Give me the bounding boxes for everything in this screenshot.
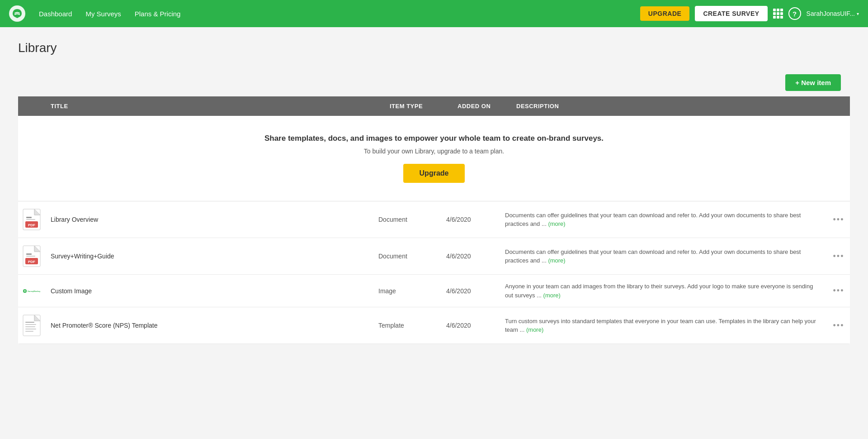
three-dots-icon[interactable]: ••• bbox=[833, 286, 844, 296]
navbar: Dashboard My Surveys Plans & Pricing UPG… bbox=[0, 0, 868, 27]
row-icon-cell: SurveyMonkey bbox=[18, 279, 45, 303]
user-caret: ▾ bbox=[857, 11, 859, 16]
svg-rect-4 bbox=[773, 12, 776, 15]
svg-rect-9 bbox=[780, 16, 783, 19]
more-link[interactable]: (more) bbox=[548, 257, 565, 264]
help-icon[interactable]: ? bbox=[788, 7, 801, 20]
svg-rect-3 bbox=[780, 9, 783, 11]
svg-rect-8 bbox=[777, 16, 779, 19]
svg-rect-35 bbox=[25, 329, 36, 329]
svg-rect-34 bbox=[25, 326, 35, 327]
user-menu[interactable]: SarahJonasUIF... ▾ bbox=[807, 10, 859, 17]
three-dots-icon[interactable]: ••• bbox=[833, 321, 844, 330]
page-title: Library bbox=[18, 41, 850, 55]
row-icon-cell: PDF bbox=[18, 201, 45, 238]
create-survey-button[interactable]: CREATE SURVEY bbox=[695, 6, 767, 21]
svg-rect-24 bbox=[26, 253, 32, 255]
user-name: SarahJonasUIF... bbox=[807, 10, 855, 17]
row-icon-cell bbox=[18, 307, 45, 344]
row-date: 4/6/2020 bbox=[441, 245, 500, 267]
more-link[interactable]: (more) bbox=[543, 292, 561, 299]
row-date: 4/6/2020 bbox=[441, 315, 500, 336]
three-dots-icon[interactable]: ••• bbox=[833, 215, 844, 224]
upgrade-banner-subtitle: To build your own Library, upgrade to a … bbox=[27, 148, 841, 155]
nav-dashboard[interactable]: Dashboard bbox=[39, 10, 72, 18]
svg-rect-6 bbox=[780, 12, 783, 15]
svg-rect-25 bbox=[26, 256, 35, 257]
upgrade-button[interactable]: UPGRADE bbox=[640, 6, 690, 21]
svg-rect-7 bbox=[773, 16, 776, 19]
svg-rect-16 bbox=[26, 217, 32, 218]
upgrade-banner: Share templates, docs, and images to emp… bbox=[18, 116, 850, 201]
header-title: TITLE bbox=[45, 96, 384, 116]
table-row: PDF Survey+Writing+Guide Document 4/6/20… bbox=[18, 238, 850, 275]
row-icon-cell: PDF bbox=[18, 238, 45, 274]
row-title[interactable]: Survey+Writing+Guide bbox=[45, 245, 373, 267]
svg-rect-17 bbox=[26, 219, 35, 220]
row-actions[interactable]: ••• bbox=[827, 314, 850, 338]
header-icon bbox=[18, 96, 45, 116]
row-description: Documents can offer guidelines that your… bbox=[500, 240, 827, 272]
header-description: DESCRIPTION bbox=[511, 96, 850, 116]
upgrade-banner-button[interactable]: Upgrade bbox=[403, 164, 465, 183]
row-type: Image bbox=[373, 280, 441, 302]
svg-rect-32 bbox=[25, 322, 34, 323]
more-link[interactable]: (more) bbox=[548, 220, 565, 227]
new-item-button[interactable]: + New item bbox=[785, 74, 841, 91]
nav-plans-pricing[interactable]: Plans & Pricing bbox=[135, 10, 181, 18]
nav-right: UPGRADE CREATE SURVEY ? SarahJonasUIF...… bbox=[640, 6, 859, 21]
table-row: SurveyMonkey Custom Image Image 4/6/2020… bbox=[18, 275, 850, 307]
svg-rect-1 bbox=[773, 9, 776, 11]
library-panel: + New item TITLE ITEM TYPE ADDED ON DESC… bbox=[18, 69, 850, 344]
row-date: 4/6/2020 bbox=[441, 280, 500, 302]
svg-text:PDF: PDF bbox=[28, 223, 35, 227]
more-link[interactable]: (more) bbox=[526, 326, 543, 333]
row-description: Documents can offer guidelines that your… bbox=[500, 204, 827, 236]
row-actions[interactable]: ••• bbox=[827, 244, 850, 268]
svg-rect-5 bbox=[777, 12, 779, 15]
row-actions[interactable]: ••• bbox=[827, 208, 850, 232]
row-description: Turn custom surveys into standard templa… bbox=[500, 310, 827, 342]
svg-rect-36 bbox=[25, 331, 33, 332]
table-row: Net Promoter® Score (NPS) Template Templ… bbox=[18, 307, 850, 344]
logo[interactable] bbox=[9, 5, 25, 22]
header-added-on: ADDED ON bbox=[452, 96, 511, 116]
svg-rect-2 bbox=[777, 9, 779, 11]
svg-text:SurveyMonkey: SurveyMonkey bbox=[28, 290, 41, 292]
upgrade-banner-title: Share templates, docs, and images to emp… bbox=[27, 134, 841, 143]
row-title[interactable]: Library Overview bbox=[45, 209, 373, 230]
row-type: Template bbox=[373, 315, 441, 336]
row-date: 4/6/2020 bbox=[441, 209, 500, 230]
nav-my-surveys[interactable]: My Surveys bbox=[85, 10, 121, 18]
row-title[interactable]: Net Promoter® Score (NPS) Template bbox=[45, 315, 373, 336]
table-header: TITLE ITEM TYPE ADDED ON DESCRIPTION bbox=[18, 96, 850, 116]
svg-rect-33 bbox=[25, 324, 36, 325]
header-item-type: ITEM TYPE bbox=[384, 96, 452, 116]
row-type: Document bbox=[373, 245, 441, 267]
page-container: Library + New item TITLE ITEM TYPE ADDED… bbox=[0, 27, 868, 358]
three-dots-icon[interactable]: ••• bbox=[833, 252, 844, 261]
row-actions[interactable]: ••• bbox=[827, 279, 850, 303]
row-type: Document bbox=[373, 209, 441, 230]
library-toolbar: + New item bbox=[18, 69, 850, 96]
row-title[interactable]: Custom Image bbox=[45, 280, 373, 302]
svg-text:PDF: PDF bbox=[28, 260, 35, 264]
table-row: PDF Library Overview Document 4/6/2020 D… bbox=[18, 201, 850, 238]
grid-icon[interactable] bbox=[773, 9, 783, 19]
row-description: Anyone in your team can add images from … bbox=[500, 275, 827, 307]
